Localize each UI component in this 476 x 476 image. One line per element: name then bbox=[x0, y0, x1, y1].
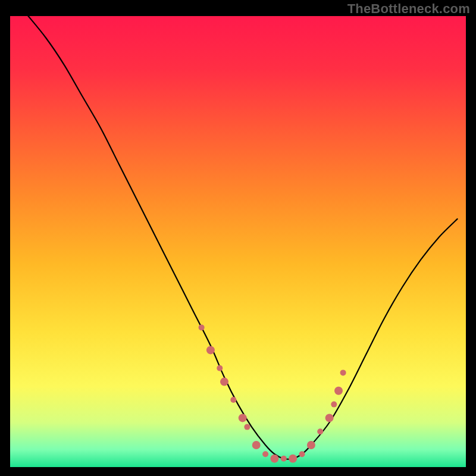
gradient-background bbox=[10, 15, 466, 468]
marker-dot bbox=[270, 455, 278, 463]
marker-dot bbox=[307, 441, 315, 449]
chart-stage: TheBottleneck.com bbox=[0, 0, 476, 476]
marker-dot bbox=[262, 451, 268, 457]
marker-dot bbox=[244, 424, 250, 430]
marker-dot bbox=[199, 324, 205, 330]
marker-dot bbox=[217, 365, 223, 371]
watermark-text: TheBottleneck.com bbox=[347, 1, 470, 17]
marker-dot bbox=[206, 346, 215, 354]
marker-dot bbox=[239, 414, 247, 422]
bottleneck-chart bbox=[0, 0, 476, 476]
marker-dot bbox=[325, 414, 334, 422]
marker-dot bbox=[230, 397, 236, 403]
marker-dot bbox=[289, 455, 297, 463]
marker-dot bbox=[317, 428, 323, 434]
marker-dot bbox=[340, 369, 346, 375]
marker-dot bbox=[220, 378, 228, 386]
marker-dot bbox=[331, 402, 337, 408]
marker-dot bbox=[299, 451, 305, 457]
marker-dot bbox=[281, 456, 287, 462]
marker-dot bbox=[252, 441, 261, 449]
marker-dot bbox=[334, 387, 343, 395]
